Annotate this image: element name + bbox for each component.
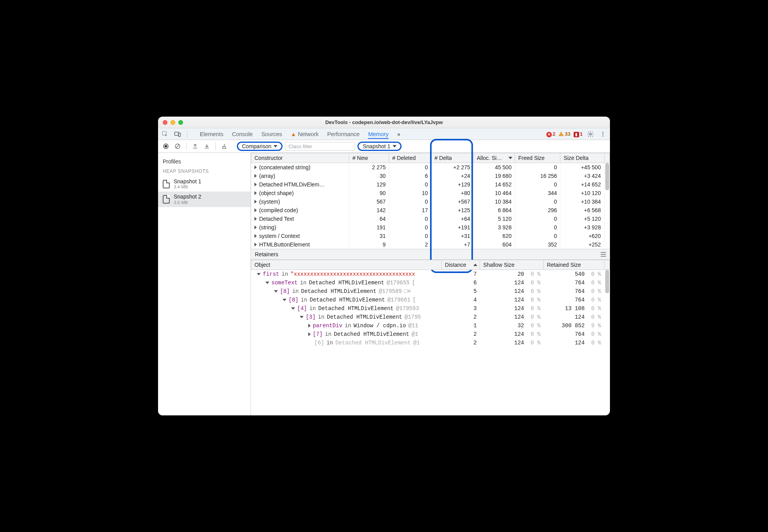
record-button-icon[interactable]: [161, 142, 171, 151]
retainer-row[interactable]: [7] in Detached HTMLDivElement @1 2 124 …: [251, 330, 610, 339]
collapse-icon[interactable]: [291, 307, 295, 310]
inspect-element-icon[interactable]: [160, 129, 170, 139]
object-id: @179593: [396, 305, 419, 312]
column-header[interactable]: Object: [251, 260, 442, 270]
snapshot-item[interactable]: Snapshot 1 3.4 MB: [158, 176, 251, 192]
file-icon: [163, 180, 170, 188]
expand-icon[interactable]: [254, 200, 257, 204]
issues-counter[interactable]: ▮1: [574, 131, 583, 137]
table-row[interactable]: Detached Text 64 0 +64 5 120 0 +5 120: [251, 215, 610, 223]
constructor-name: (compiled code): [259, 207, 298, 213]
column-header[interactable]: Size Delta: [560, 153, 604, 163]
collapse-icon[interactable]: [257, 273, 261, 275]
object-type: Detached HTMLDivElement: [309, 280, 384, 286]
download-icon[interactable]: [202, 142, 212, 151]
table-row[interactable]: (compiled code) 142 17 +125 6 864 296 +6…: [251, 206, 610, 215]
column-header[interactable]: # Deleted: [389, 153, 431, 163]
collapse-icon[interactable]: [265, 282, 269, 284]
collapse-icon[interactable]: [300, 316, 304, 318]
svg-point-4: [603, 132, 604, 133]
property-name: [3]: [306, 314, 316, 320]
snapshot-item[interactable]: Snapshot 2 3.5 MB: [158, 192, 251, 207]
error-counter[interactable]: ✕2: [546, 131, 555, 137]
column-header[interactable]: Distance: [442, 260, 480, 270]
snapshot-name: Snapshot 2: [174, 194, 201, 200]
table-row[interactable]: (concatenated string) 2 275 0 +2 275 45 …: [251, 163, 610, 172]
expand-icon[interactable]: [254, 174, 257, 178]
profiles-sidebar: Profiles HEAP SNAPSHOTS Snapshot 1 3.4 M…: [158, 153, 251, 415]
comparison-table[interactable]: Constructor# New# Deleted# DeltaAlloc. S…: [251, 153, 610, 249]
class-filter-input[interactable]: Class filter: [285, 142, 355, 151]
tab-elements[interactable]: Elements: [200, 129, 223, 139]
chevron-down-icon: [274, 145, 277, 147]
device-toolbar-icon[interactable]: [173, 129, 182, 139]
warning-counter[interactable]: 33: [558, 131, 570, 137]
retainer-row[interactable]: [8] in Detached HTMLDivElement @179589 □…: [251, 287, 610, 296]
clear-button-icon[interactable]: [173, 142, 182, 151]
comparison-mode-select[interactable]: Comparison: [237, 142, 283, 151]
object-type: Detached HTMLDivElement: [336, 340, 411, 346]
table-row[interactable]: system / Context 31 0 +31 620 0 +620: [251, 232, 610, 240]
tab-sources[interactable]: Sources: [261, 129, 282, 139]
column-header[interactable]: Alloc. Si…: [473, 153, 515, 163]
svg-point-8: [165, 145, 167, 148]
tab-console[interactable]: Console: [232, 129, 252, 139]
retainer-row[interactable]: first in "xxxxxxxxxxxxxxxxxxxxxxxxxxxxxx…: [251, 270, 610, 279]
retainer-row[interactable]: parentDiv in Window / cdpn.io @11 1 32 0…: [251, 321, 610, 330]
svg-point-6: [603, 135, 604, 137]
expand-icon[interactable]: [254, 243, 257, 246]
error-icon: ✕: [546, 132, 552, 137]
gc-broom-icon[interactable]: [220, 142, 229, 151]
collapse-icon[interactable]: [283, 299, 286, 301]
table-row[interactable]: (object shape) 90 10 +80 10 464 344 +10 …: [251, 189, 610, 197]
constructor-name: system / Context: [259, 233, 300, 239]
object-type: Detached HTMLDivElement: [327, 314, 402, 320]
expand-icon[interactable]: [254, 225, 257, 229]
constructor-name: (object shape): [259, 190, 294, 196]
kebab-menu-icon[interactable]: [598, 129, 608, 139]
tab-memory[interactable]: Memory: [368, 129, 388, 139]
settings-gear-icon[interactable]: [586, 129, 595, 139]
panel-body: Profiles HEAP SNAPSHOTS Snapshot 1 3.4 M…: [158, 153, 610, 415]
main-area: Constructor# New# Deleted# DeltaAlloc. S…: [251, 153, 610, 415]
retainer-row[interactable]: someText in Detached HTMLDivElement @179…: [251, 278, 610, 287]
baseline-snapshot-select[interactable]: Snapshot 1: [357, 142, 402, 151]
expand-icon[interactable]: [254, 208, 257, 212]
column-header[interactable]: Freed Size: [515, 153, 560, 163]
column-header[interactable]: # New: [349, 153, 389, 163]
expand-icon[interactable]: [308, 332, 311, 336]
property-name: [6]: [315, 340, 324, 346]
retainer-row[interactable]: [8] in Detached HTMLDivElement @179661 […: [251, 296, 610, 304]
expand-icon[interactable]: [254, 217, 257, 221]
collapse-icon[interactable]: [274, 290, 278, 293]
column-header[interactable]: Shallow Size: [480, 260, 544, 270]
upload-icon[interactable]: [190, 142, 200, 151]
warning-icon: ▲: [291, 131, 296, 137]
retainer-row[interactable]: [6] in Detached HTMLDivElement @1 2 124 …: [251, 339, 610, 347]
snapshot-name: Snapshot 1: [174, 179, 201, 184]
expand-icon[interactable]: [254, 165, 257, 169]
table-row[interactable]: (array) 30 6 +24 19 680 16 256 +3 424: [251, 172, 610, 180]
table-row[interactable]: (system) 567 0 +567 10 384 0 +10 384: [251, 197, 610, 206]
retainer-row[interactable]: [4] in Detached HTMLDivElement @179593 3…: [251, 304, 610, 313]
tab-network[interactable]: ▲Network: [291, 129, 319, 139]
object-id: @1795: [405, 314, 421, 320]
expand-icon[interactable]: [254, 183, 257, 186]
column-header[interactable]: # Delta: [431, 153, 473, 163]
grid-scrollbar[interactable]: [604, 163, 610, 276]
snapshot-size: 3.5 MB: [174, 200, 201, 205]
table-row[interactable]: Detached HTMLDivElem… 129 0 +129 14 652 …: [251, 180, 610, 189]
table-row[interactable]: (string) 191 0 +191 3 928 0 +3 928: [251, 223, 610, 232]
column-header[interactable]: Retained Size: [544, 260, 604, 270]
retainers-table[interactable]: ObjectDistanceShallow SizeRetained Size …: [251, 260, 610, 347]
table-row[interactable]: HTMLButtonElement 9 2 +7 604 352 +252: [251, 240, 610, 249]
tab-performance[interactable]: Performance: [327, 129, 359, 139]
expand-icon[interactable]: [308, 324, 311, 328]
property-name: [8]: [280, 288, 290, 294]
expand-icon[interactable]: [254, 234, 257, 238]
expand-icon[interactable]: [254, 191, 257, 195]
tabs-overflow[interactable]: »: [397, 129, 400, 139]
retainer-row[interactable]: [3] in Detached HTMLDivElement @1795 2 1…: [251, 313, 610, 321]
retainers-scrollbar[interactable]: [604, 270, 610, 415]
column-header[interactable]: Constructor: [251, 153, 349, 163]
